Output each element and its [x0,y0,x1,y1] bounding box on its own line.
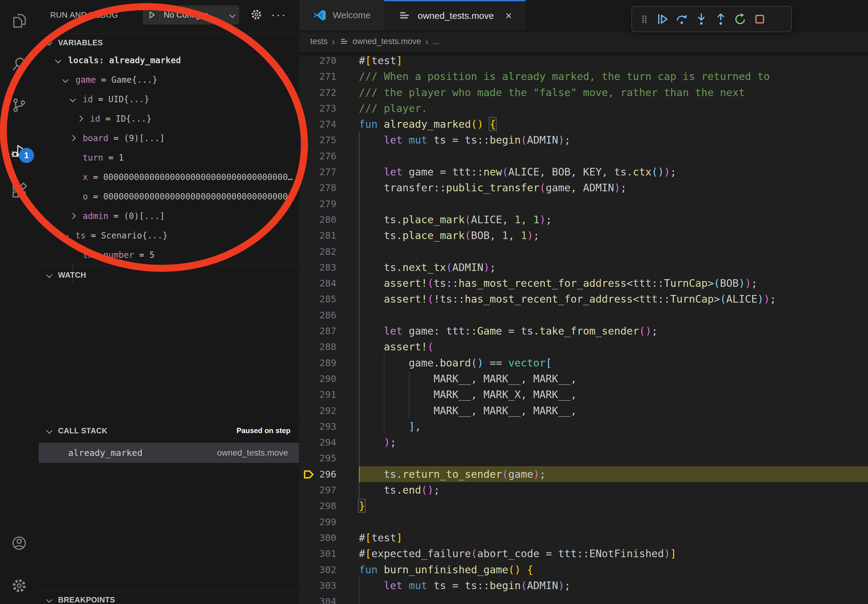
stop-button[interactable] [750,9,769,29]
tab-welcome[interactable]: Welcome [299,0,384,30]
chevron-down-icon[interactable] [63,77,76,82]
gutter[interactable]: 280 [299,212,359,228]
code-line[interactable]: 301#[expected_failure(abort_code = ttt::… [299,546,868,561]
variable-row[interactable]: o = 000000000000000000000000000000000000… [39,187,299,206]
code-line[interactable]: 274fun already_marked() { [299,116,868,132]
code-line[interactable]: 275 let mut ts = ts::begin(ADMIN); [299,132,868,148]
current-execution-line[interactable]: 296 ts.return_to_sender(game); [299,466,868,482]
code-line[interactable]: 299 [299,514,868,530]
gutter[interactable]: 291 [299,387,359,403]
code-line[interactable]: 288 assert!( [299,339,868,355]
code-line[interactable]: 303 let mut ts = ts::begin(ADMIN); [299,578,868,593]
chevron-down-icon[interactable] [56,58,68,62]
code-line[interactable]: 290 MARK__, MARK__, MARK__, [299,371,868,387]
code-line[interactable]: 292 MARK__, MARK__, MARK__, [299,403,868,418]
continue-button[interactable] [653,9,672,29]
account-icon[interactable] [5,529,33,557]
call-stack-section-header[interactable]: CALL STACK Paused on step [39,422,299,439]
gutter[interactable]: 287 [299,323,359,339]
variables-section-header[interactable]: VARIABLES [39,34,299,51]
gutter[interactable]: 302 [299,562,359,578]
gutter[interactable]: 278 [299,180,359,195]
code-line[interactable]: 278 transfer::public_transfer(game, ADMI… [299,180,868,195]
variable-row[interactable]: turn = 1 [39,148,299,167]
code-line[interactable]: 273/// player. [299,101,868,116]
gutter[interactable]: 300 [299,530,359,546]
code-line[interactable]: 280 ts.place_mark(ALICE, 1, 1); [299,212,868,228]
chevron-right-icon[interactable] [71,136,83,140]
gutter[interactable]: 281 [299,228,359,243]
gutter[interactable]: 275 [299,132,359,148]
restart-button[interactable] [730,9,750,29]
chevron-down-icon[interactable] [63,233,76,237]
gutter[interactable]: 289 [299,355,359,371]
gutter[interactable]: 274 [299,116,359,132]
variable-row[interactable]: id = UID{...} [39,90,299,109]
gutter[interactable]: 303 [299,578,359,593]
step-out-button[interactable] [711,9,730,29]
gutter[interactable]: 283 [299,259,359,275]
chevron-down-icon[interactable] [71,97,83,101]
variable-row[interactable]: ts = Scenario{...} [39,226,299,245]
explorer-icon[interactable] [5,7,33,35]
variable-row[interactable]: id = ID{...} [39,109,299,129]
variable-row[interactable]: txn_number = 5 [39,245,299,265]
gutter[interactable]: 301 [299,546,359,561]
code-line[interactable]: 277 let game = ttt::new(ALICE, BOB, KEY,… [299,164,868,180]
gutter[interactable]: 277 [299,164,359,180]
code-line[interactable]: 289 game.board() == vector[ [299,355,868,371]
code-line[interactable]: 276 [299,148,868,164]
gutter[interactable]: 296 [299,466,359,482]
gutter[interactable]: 295 [299,450,359,466]
code-line[interactable]: 298} [299,498,868,514]
debug-gear-icon[interactable] [249,7,264,22]
code-line[interactable]: 287 let game: ttt::Game = ts.take_from_s… [299,323,868,339]
gutter[interactable]: 304 [299,593,359,604]
settings-gear-icon[interactable] [5,572,33,600]
gutter[interactable]: 282 [299,244,359,259]
code-line[interactable]: 284 assert!(ts::has_most_recent_for_addr… [299,275,868,291]
gutter[interactable]: 279 [299,196,359,212]
tab-owned-tests-move[interactable]: owned_tests.move× [384,0,525,30]
code-line[interactable]: 293 ], [299,418,868,434]
step-over-button[interactable] [672,9,691,29]
code-line[interactable]: 304 [299,593,868,604]
more-actions-icon[interactable]: ··· [271,7,286,22]
code-line[interactable]: 297 ts.end(); [299,482,868,498]
watch-section-header[interactable]: WATCH [39,266,299,283]
code-line[interactable]: 270#[test] [299,53,868,68]
code-area[interactable]: 270#[test]271/// When a position is alre… [299,53,868,604]
gutter[interactable]: 270 [299,53,359,68]
code-line[interactable]: 300#[test] [299,530,868,546]
breadcrumb-item[interactable]: ... [432,37,439,46]
gutter[interactable]: 284 [299,275,359,291]
variable-row[interactable]: admin = (0)[...] [39,206,299,226]
variable-row[interactable]: locals: already_marked [39,51,299,70]
toolbar-drag-handle-icon[interactable] [637,9,651,29]
code-line[interactable]: 294 ); [299,434,868,450]
extensions-icon[interactable] [5,177,33,205]
code-line[interactable]: 282 [299,244,868,259]
breakpoints-section-header[interactable]: BREAKPOINTS [39,591,299,604]
code-line[interactable]: 286 [299,307,868,323]
breadcrumb-item[interactable]: owned_tests.move [339,37,421,47]
gutter[interactable]: 290 [299,371,359,387]
debug-config-dropdown[interactable]: No Configur [143,5,239,24]
gutter[interactable]: 288 [299,339,359,355]
call-stack-frame[interactable]: already_marked owned_tests.move [39,443,299,463]
code-line[interactable]: 295 [299,450,868,466]
variable-row[interactable]: board = (9)[...] [39,129,299,148]
gutter[interactable]: 293 [299,418,359,434]
gutter[interactable]: 298 [299,498,359,514]
code-line[interactable]: 285 assert!(!ts::has_most_recent_for_add… [299,291,868,307]
code-line[interactable]: 271/// When a position is already marked… [299,68,868,84]
source-control-icon[interactable] [5,91,33,119]
gutter[interactable]: 273 [299,101,359,116]
close-icon[interactable]: × [505,10,512,21]
code-line[interactable]: 272/// the player who made the "false" m… [299,85,868,101]
search-icon[interactable] [5,50,33,78]
gutter[interactable]: 285 [299,291,359,307]
gutter[interactable]: 292 [299,403,359,418]
chevron-right-icon[interactable] [71,214,83,218]
breadcrumb-item[interactable]: tests [310,37,327,46]
